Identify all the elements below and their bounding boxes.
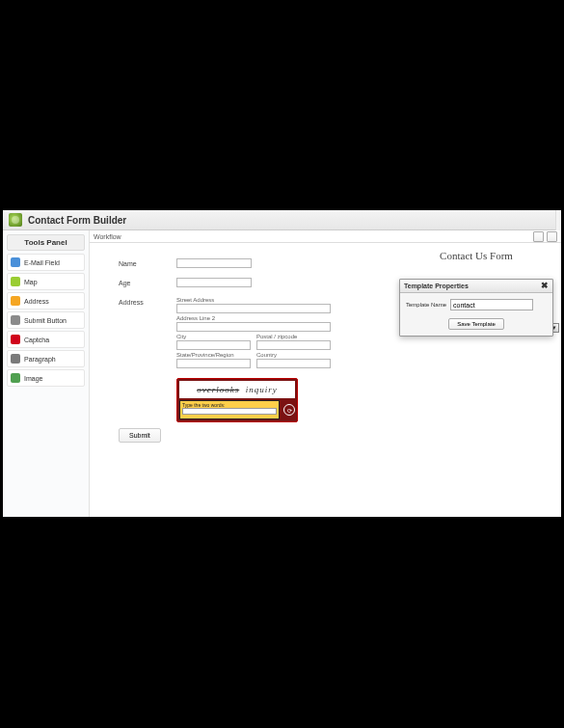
close-icon[interactable]: ✖ [540, 282, 549, 290]
image-icon [11, 373, 20, 383]
tool-item-captcha[interactable]: Captcha [7, 331, 85, 348]
state-input[interactable] [176, 359, 251, 368]
recaptcha-brand: ⟳ [283, 404, 295, 416]
app-title: Contact Form Builder [28, 215, 126, 226]
postal-input[interactable] [256, 340, 331, 350]
captcha-widget: overlooks inquiry Type the two words: ⟳ [176, 378, 298, 422]
street-input[interactable] [176, 304, 331, 313]
city-input[interactable] [176, 340, 251, 350]
street-label: Street Address [176, 297, 331, 303]
template-name-label: Template Name [406, 302, 446, 308]
form-canvas: Workflow Name Age [90, 230, 561, 517]
captcha-challenge: overlooks inquiry [179, 381, 295, 398]
captcha-input[interactable] [182, 408, 277, 415]
tool-item-submit[interactable]: Submit Button [7, 311, 85, 329]
app-window: Contact Form Builder Tools Panel E-Mail … [3, 210, 561, 516]
tool-item-label: Captcha [24, 337, 49, 343]
tools-panel-header: Tools Panel [7, 234, 85, 251]
city-label: City [176, 334, 251, 339]
props-header: Template Properties [404, 283, 469, 289]
titlebar: Contact Form Builder [3, 210, 561, 230]
age-label: Age [119, 278, 176, 286]
tool-item-map[interactable]: Map [7, 273, 85, 290]
workflow-bar: Workflow [90, 230, 561, 243]
tool-item-label: E-Mail Field [24, 259, 60, 266]
captcha-word-2: inquiry [246, 385, 278, 394]
tool-item-label: Address [24, 298, 49, 305]
workflow-action-b-icon[interactable] [547, 231, 557, 242]
map-icon [11, 277, 20, 286]
tool-item-email[interactable]: E-Mail Field [7, 254, 85, 271]
tool-item-paragraph[interactable]: Paragraph [7, 350, 85, 367]
email-icon [11, 257, 20, 267]
submit-button[interactable]: Submit [119, 428, 161, 443]
tool-item-label: Image [24, 375, 42, 382]
form-title: Contact Us Form [399, 250, 553, 261]
app-logo-icon [9, 213, 22, 227]
state-label: State/Province/Region [176, 352, 251, 358]
save-template-button[interactable]: Save Template [448, 318, 504, 330]
captcha-word-1: overlooks [197, 385, 239, 394]
address-label: Address [119, 297, 176, 306]
age-input[interactable] [176, 278, 252, 287]
submit-icon [11, 315, 20, 325]
recaptcha-icon: ⟳ [283, 404, 295, 416]
postal-label: Postal / zipcode [256, 334, 331, 339]
tool-item-label: Submit Button [24, 317, 67, 324]
country-input[interactable] [256, 359, 331, 368]
paragraph-icon [11, 354, 20, 364]
template-properties-dialog: Template Properties ✖ Template Name Save… [399, 279, 553, 337]
workflow-action-a-icon[interactable] [533, 231, 544, 242]
address-icon [11, 296, 20, 306]
line2-input[interactable] [176, 322, 331, 332]
template-name-input[interactable] [450, 299, 533, 310]
workflow-label: Workflow [94, 233, 121, 240]
name-label: Name [119, 258, 176, 267]
tool-item-image[interactable]: Image [7, 369, 85, 387]
tools-panel: Tools Panel E-Mail FieldMapAddressSubmit… [3, 230, 90, 517]
tool-item-label: Paragraph [24, 356, 56, 363]
country-label: Country [256, 352, 331, 358]
line2-label: Address Line 2 [176, 315, 331, 321]
name-input[interactable] [176, 258, 252, 268]
captcha-icon [11, 335, 20, 344]
tool-item-label: Map [24, 279, 38, 285]
tool-item-address[interactable]: Address [7, 292, 85, 310]
